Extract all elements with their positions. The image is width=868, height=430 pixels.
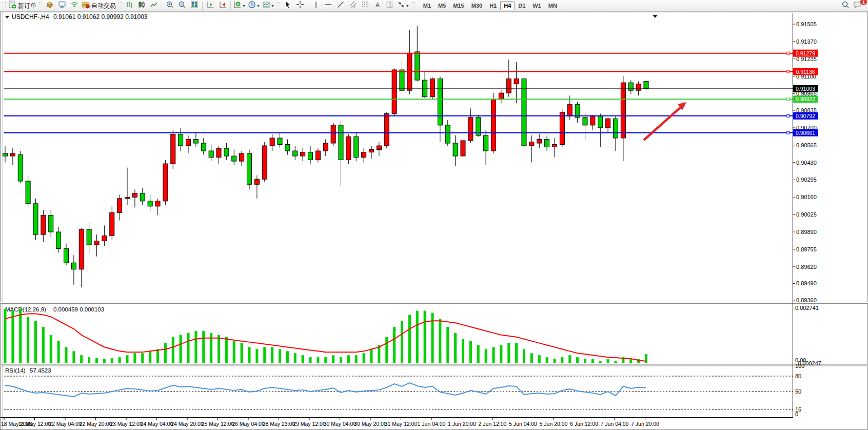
time-tick-label[interactable]: 7 Jun 04:00 <box>601 421 629 427</box>
arrows-button[interactable]: ▼ <box>396 1 410 11</box>
timeframe-d1[interactable]: D1 <box>515 1 529 10</box>
text-label-button[interactable]: T <box>384 1 396 11</box>
time-tick-label[interactable]: 1 Jun 04:00 <box>418 421 446 427</box>
hline-handle[interactable] <box>787 52 790 54</box>
macd-histogram-bar <box>515 343 518 363</box>
macd-histogram-bar <box>302 355 304 363</box>
macd-histogram-bar <box>340 357 342 363</box>
candle <box>491 100 496 151</box>
toolbar-grip[interactable] <box>119 2 122 9</box>
chart-frame <box>1 12 868 430</box>
time-tick-label[interactable]: 2 Jun 12:00 <box>479 421 507 427</box>
candle <box>590 116 595 125</box>
macd-histogram-bar <box>263 347 266 363</box>
market-watch-button[interactable] <box>44 1 56 11</box>
signals-button[interactable] <box>68 1 81 11</box>
candlestick-chart-button[interactable] <box>135 1 148 11</box>
new-order-button[interactable]: 新订单 <box>7 1 37 11</box>
chart-forward-button[interactable] <box>204 1 216 11</box>
horizontal-line-button[interactable] <box>322 1 334 11</box>
time-tick-label[interactable]: 7 Jun 20:00 <box>631 421 659 427</box>
indicators-button[interactable]: ▼ <box>232 1 247 11</box>
toolbar-grip[interactable] <box>3 2 6 9</box>
zoom-out-button[interactable] <box>176 1 188 11</box>
candle <box>301 152 305 157</box>
time-tick-label[interactable]: 22 May 20:00 <box>80 421 112 427</box>
time-tick-label[interactable]: 24 May 20:00 <box>171 421 204 427</box>
timeframe-h1[interactable]: H1 <box>486 1 500 10</box>
candle <box>232 156 236 161</box>
macd-histogram-bar <box>202 331 205 363</box>
hline-handle[interactable] <box>787 114 790 117</box>
timeframe-mn[interactable]: MN <box>545 1 561 10</box>
macd-histogram-bar <box>294 353 297 363</box>
toolbar-grip[interactable] <box>277 2 280 9</box>
templates-button[interactable]: ▼ <box>261 1 275 11</box>
periods-button[interactable]: ▼ <box>247 1 261 11</box>
chart-canvas[interactable]: USDCHF-,H4 0.91061 0.91062 0.90992 0.910… <box>0 12 868 430</box>
fibonacci-button[interactable]: F <box>359 1 371 11</box>
cursor-button[interactable] <box>282 1 294 11</box>
timeframe-h4[interactable]: H4 <box>500 1 515 10</box>
notifications-button[interactable]: 1 <box>852 1 864 11</box>
time-tick-label[interactable]: 23 May 12:00 <box>110 421 143 427</box>
candle <box>377 146 381 150</box>
time-tick-label[interactable]: 19 May 12:00 <box>18 421 51 427</box>
time-tick-label[interactable]: 29 May 12:00 <box>293 421 326 427</box>
chevron-down-icon: ▼ <box>242 4 246 8</box>
hline-handle[interactable] <box>787 98 790 101</box>
line-chart-button[interactable] <box>148 1 160 11</box>
rsi-value: 57.4523 <box>30 367 51 374</box>
time-tick-label[interactable]: 6 Jun 12:00 <box>570 421 598 427</box>
macd-histogram-bar <box>530 353 533 363</box>
time-tick-label[interactable]: 5 Jun 20:00 <box>540 421 568 427</box>
timeframe-m15[interactable]: M15 <box>449 1 467 10</box>
timeframe-m5[interactable]: M5 <box>435 1 449 10</box>
macd-histogram-bar <box>416 311 419 363</box>
rsi-level-label: 80 <box>795 373 801 379</box>
time-tick-label[interactable]: 31 May 12:00 <box>385 421 418 427</box>
trendline-button[interactable] <box>334 1 347 11</box>
hline-handle[interactable] <box>787 131 790 134</box>
macd-histogram-bar <box>57 341 60 363</box>
candle <box>553 144 557 147</box>
candle <box>56 232 61 249</box>
time-tick-label[interactable]: 26 May 04:00 <box>232 421 265 427</box>
zoom-in-button[interactable] <box>164 1 176 11</box>
macd-histogram-bar <box>439 319 441 363</box>
text-button[interactable]: A <box>371 1 384 11</box>
time-tick-label[interactable]: 22 May 04:00 <box>49 421 82 427</box>
candle <box>400 70 404 90</box>
hline-handle[interactable] <box>787 70 790 73</box>
macd-histogram-bar <box>446 327 449 363</box>
macd-histogram-bar <box>225 337 228 363</box>
chart-shift-button[interactable] <box>216 1 229 11</box>
tile-windows-button[interactable] <box>188 1 201 11</box>
bar-chart-button[interactable] <box>123 1 135 11</box>
macd-histogram-bar <box>607 359 609 363</box>
time-tick-label[interactable]: 30 May 20:00 <box>354 421 387 427</box>
timeframe-w1[interactable]: W1 <box>529 1 545 10</box>
timeframe-m30[interactable]: M30 <box>468 1 486 10</box>
auto-trading-button[interactable]: 自动交易 <box>81 1 117 11</box>
vertical-line-button[interactable] <box>310 1 322 11</box>
candle <box>102 236 107 241</box>
candle <box>506 79 511 93</box>
time-tick-label[interactable]: 30 May 04:00 <box>324 421 357 427</box>
time-tick-label[interactable]: 24 May 04:00 <box>141 421 173 427</box>
time-tick-label[interactable]: 1 Jun 20:00 <box>448 421 476 427</box>
search-button[interactable] <box>839 1 852 11</box>
candle <box>384 113 389 146</box>
toolbar-grip[interactable] <box>39 2 42 9</box>
channel-button[interactable]: E <box>347 1 359 11</box>
crosshair-button[interactable] <box>294 1 306 11</box>
timeframe-m1[interactable]: M1 <box>420 1 435 10</box>
terminal-button[interactable] <box>56 1 68 11</box>
macd-histogram-bar <box>309 357 312 363</box>
candle <box>354 136 359 157</box>
toolbar-grip[interactable] <box>412 2 415 9</box>
time-tick-label[interactable]: 25 May 12:00 <box>202 421 234 427</box>
candle <box>179 134 183 146</box>
time-tick-label[interactable]: 5 Jun 04:00 <box>509 421 537 427</box>
time-tick-label[interactable]: 28 May 23:00 <box>263 421 295 427</box>
